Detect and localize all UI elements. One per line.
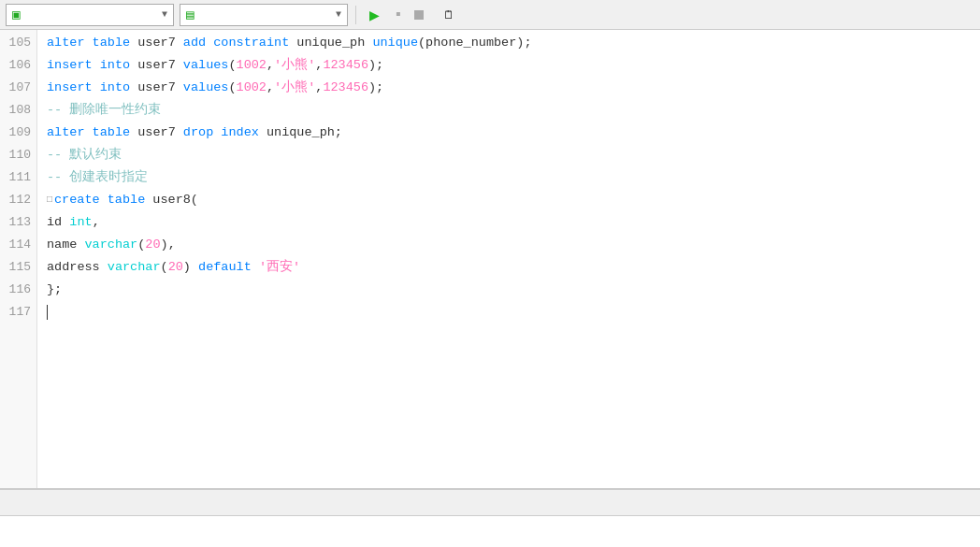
code-token-fn: int <box>69 211 92 234</box>
code-token-kw: alter table <box>47 32 130 54</box>
code-token-plain: unique_ph; <box>259 122 342 144</box>
code-line: id int, <box>47 211 980 234</box>
line-number: 107 <box>0 77 36 99</box>
explain-icon: 🗒 <box>443 8 454 22</box>
run-button[interactable]: ▶ <box>364 4 388 26</box>
code-token-num: 20 <box>145 234 160 256</box>
code-token-kw: add constraint <box>183 32 289 54</box>
code-token-cm: -- 创建表时指定 <box>47 166 148 189</box>
code-line: □create table user8( <box>47 189 980 211</box>
code-token-kw: default <box>198 256 252 279</box>
db-icon: ▣ <box>12 7 20 22</box>
line-number: 106 <box>0 54 36 77</box>
line-numbers: 105106107108109110111112113114115116117 <box>0 30 37 488</box>
stop-button[interactable] <box>409 4 432 26</box>
line-number: 114 <box>0 234 36 256</box>
code-token-plain: , <box>315 54 323 77</box>
code-line: -- 删除唯一性约束 <box>47 99 980 122</box>
code-token-str: '西安' <box>259 256 300 279</box>
code-token-plain: user7 <box>130 54 183 77</box>
conn-chevron-icon: ▼ <box>336 9 341 20</box>
code-editor[interactable]: 105106107108109110111112113114115116117 … <box>0 30 980 488</box>
code-token-plain: user8( <box>145 189 198 211</box>
code-token-kw: values <box>183 77 229 99</box>
toolbar-separator-1 <box>355 6 356 24</box>
line-number: 113 <box>0 211 36 234</box>
toolbar-dot: ▪ <box>394 7 403 23</box>
code-token-num: 1002 <box>237 54 267 77</box>
line-number: 110 <box>0 144 36 166</box>
code-token-plain: id <box>47 211 69 234</box>
collapse-icon[interactable]: □ <box>47 189 52 211</box>
code-token-kw: insert into <box>47 77 130 99</box>
line-number: 111 <box>0 166 36 189</box>
code-token-num: 20 <box>168 256 183 279</box>
text-cursor <box>47 305 48 320</box>
code-token-plain: ( <box>228 54 236 77</box>
code-token-plain: address <box>47 256 108 279</box>
conn-icon: ▤ <box>186 7 194 22</box>
code-token-plain: ) <box>183 256 198 279</box>
code-token-num: 123456 <box>323 77 368 99</box>
code-token-plain: user7 <box>130 122 183 144</box>
code-line: insert into user7 values(1002,'小熊',12345… <box>47 54 980 77</box>
code-token-plain: user7 <box>130 77 183 99</box>
code-token-kw: drop index <box>183 122 259 144</box>
line-number: 115 <box>0 256 36 279</box>
code-token-kw: create table <box>54 189 145 211</box>
code-line: insert into user7 values(1002,'小熊',12345… <box>47 77 980 99</box>
code-token-plain: , <box>267 54 274 77</box>
code-token-plain: (phone_number); <box>418 32 532 54</box>
code-line: alter table user7 drop index unique_ph; <box>47 122 980 144</box>
code-token-kw: unique <box>372 32 418 54</box>
code-line: address varchar(20) default '西安' <box>47 256 980 279</box>
stop-icon <box>414 10 424 20</box>
code-token-plain: , <box>93 211 100 234</box>
db-chevron-icon: ▼ <box>162 9 167 20</box>
explain-button[interactable]: 🗒 <box>438 4 463 26</box>
db-selector[interactable]: ▣ ▼ <box>6 4 174 26</box>
code-token-plain: }; <box>47 279 62 301</box>
code-token-plain: name <box>47 234 85 256</box>
code-line: }; <box>47 279 980 301</box>
code-line: -- 默认约束 <box>47 144 980 166</box>
bottom-panel <box>0 488 980 547</box>
line-number: 108 <box>0 99 36 122</box>
code-token-fn: varchar <box>85 234 138 256</box>
code-token-plain: ( <box>228 77 236 99</box>
code-token-plain: , <box>267 77 274 99</box>
line-number: 105 <box>0 32 36 54</box>
code-token-plain: ( <box>161 256 168 279</box>
conn-selector[interactable]: ▤ ▼ <box>180 4 348 26</box>
code-token-kw: values <box>183 54 229 77</box>
code-token-str: '小熊' <box>274 54 315 77</box>
code-token-plain: ( <box>137 234 145 256</box>
code-token-kw: alter table <box>47 122 130 144</box>
line-number: 116 <box>0 279 36 301</box>
code-token-cm: -- 默认约束 <box>47 144 122 166</box>
code-token-str: '小熊' <box>274 77 315 99</box>
code-token-num: 123456 <box>323 54 368 77</box>
output-panel <box>0 516 980 547</box>
play-icon: ▶ <box>369 7 380 22</box>
code-token-plain: unique_ph <box>289 32 372 54</box>
code-token-plain: ), <box>161 234 176 256</box>
line-number: 112 <box>0 189 36 211</box>
code-token-cm: -- 删除唯一性约束 <box>47 99 161 122</box>
line-number: 109 <box>0 122 36 144</box>
toolbar: ▣ ▼ ▤ ▼ ▶ ▪ 🗒 <box>0 0 980 30</box>
code-token-plain: , <box>315 77 323 99</box>
code-line: -- 创建表时指定 <box>47 166 980 189</box>
code-token-plain <box>252 256 259 279</box>
code-token-plain: user7 <box>130 32 183 54</box>
code-area[interactable]: alter table user7 add constraint unique_… <box>37 30 980 488</box>
code-line: name varchar(20), <box>47 234 980 256</box>
line-number: 117 <box>0 301 36 324</box>
tab-bar <box>0 490 980 516</box>
code-token-fn: varchar <box>108 256 161 279</box>
code-token-num: 1002 <box>237 77 267 99</box>
code-line: alter table user7 add constraint unique_… <box>47 32 980 54</box>
code-token-kw: insert into <box>47 54 130 77</box>
code-token-plain: ); <box>368 77 383 99</box>
code-line <box>47 301 980 324</box>
